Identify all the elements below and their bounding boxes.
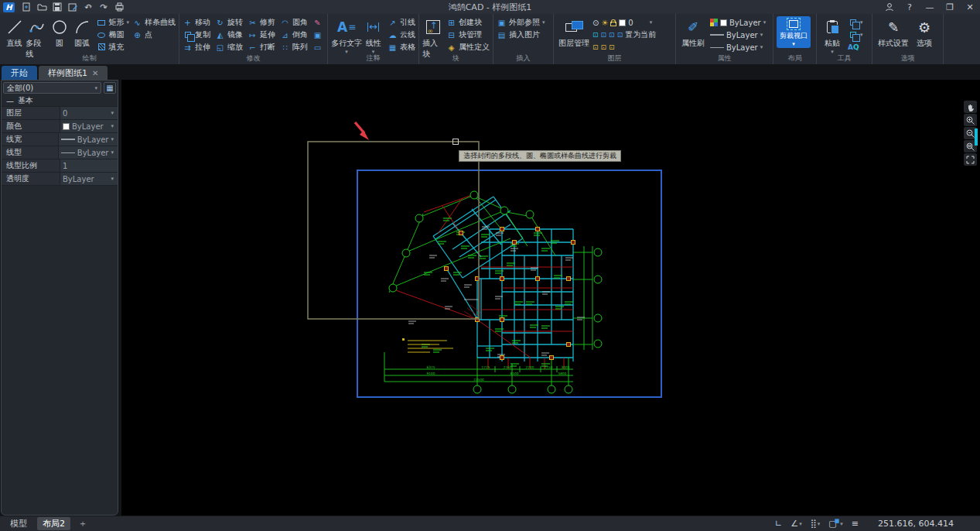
polar-tracking-button[interactable]: ∠▾	[790, 519, 801, 529]
attribute-define-button[interactable]: ◈属性定义	[446, 41, 490, 53]
clip-boundary-rectangle[interactable]	[308, 142, 479, 319]
leader-button[interactable]: ↗引线	[388, 16, 415, 29]
layer-on-icon[interactable]: ⊡	[617, 31, 623, 39]
point-button[interactable]: ⊕点	[132, 29, 176, 41]
set-current-button[interactable]: 置为当前	[625, 29, 656, 40]
layer-freeze2-icon[interactable]: ⊡	[609, 31, 615, 39]
stretch-button[interactable]: ⇉拉伸	[183, 41, 215, 53]
app-logo-icon[interactable]: H	[3, 2, 15, 12]
offset-button[interactable]: ▣	[312, 29, 325, 41]
save-as-button[interactable]	[66, 1, 80, 13]
layer-lock2-icon[interactable]: ⊡	[601, 43, 607, 51]
add-layout-button[interactable]: ＋	[78, 517, 87, 530]
match-properties-button[interactable]: ✐ 属性刷	[679, 16, 707, 49]
fillet-button[interactable]: ◠圆角	[280, 16, 312, 29]
color-value-dropdown[interactable]: ByLayer▾	[60, 120, 118, 132]
pan-button[interactable]	[964, 101, 977, 113]
mtext-button[interactable]: A≡ 多行文字▾	[331, 16, 362, 55]
chamfer-button[interactable]: ⊿倒角	[280, 29, 312, 41]
sketch-button[interactable]: ✎	[312, 16, 325, 29]
model-tab[interactable]: 模型	[5, 517, 32, 530]
print-button[interactable]	[112, 1, 126, 13]
rectangle-button[interactable]: 矩形▾	[97, 16, 130, 29]
scale-button[interactable]: ◱缩放	[215, 41, 248, 53]
linetype-value-dropdown[interactable]: ByLayer▾	[59, 146, 118, 159]
clip-viewport-button[interactable]: 剪裁视口 ▾	[777, 16, 811, 48]
ellipse-button[interactable]: 椭圆	[97, 29, 130, 41]
layer-off-icon[interactable]: ⊡	[592, 31, 599, 39]
redo-button[interactable]: ↷▾	[97, 1, 111, 13]
zoom-in-button[interactable]	[964, 114, 977, 126]
layer-freeze-icon[interactable]: ☀	[601, 19, 608, 27]
chevron-down-icon[interactable]: ▾	[127, 19, 130, 26]
line-button[interactable]: 直线	[3, 16, 26, 49]
viewport-border[interactable]	[357, 170, 661, 397]
copy-clip-button[interactable]: ▾	[848, 16, 863, 29]
nav-scroll-indicator[interactable]	[975, 128, 978, 146]
array-button[interactable]: ∷阵列	[280, 41, 312, 53]
layer-manager-button[interactable]: 图层管理	[557, 16, 591, 49]
close-tab-icon[interactable]: ✕	[92, 69, 98, 77]
ltscale-value-field[interactable]: 1	[60, 159, 118, 172]
options-button[interactable]: ⚙ 选项	[911, 16, 937, 49]
help-icon[interactable]: ?	[900, 0, 920, 14]
layer-dropdown-icon[interactable]: ▾	[650, 19, 653, 26]
create-block-button[interactable]: ⊞创建块	[446, 16, 490, 29]
mirror-button[interactable]: ◭镜像	[215, 29, 248, 41]
color-control[interactable]: ByLayer▾	[710, 16, 766, 29]
style-settings-button[interactable]: ✎ 样式设置	[876, 16, 911, 49]
copy-base-button[interactable]: ▾	[848, 29, 863, 41]
copy-button[interactable]: 复制	[183, 29, 215, 41]
layer-color-swatch[interactable]	[619, 19, 626, 26]
arc-button[interactable]: 圆弧	[70, 16, 93, 49]
zoom-extents-button[interactable]	[964, 153, 977, 166]
find-replace-button[interactable]: AQ	[848, 41, 863, 53]
layer-lock3-icon[interactable]: ⊡	[609, 43, 615, 51]
tab-start[interactable]: 开始	[2, 66, 37, 80]
transparency-value-dropdown[interactable]: ByLayer▾	[60, 173, 118, 185]
linetype-control[interactable]: ByLayer▾	[710, 41, 766, 53]
minimize-button[interactable]: —	[920, 0, 940, 14]
rotate-button[interactable]: ↻旋转	[215, 16, 248, 29]
drawing-canvas[interactable]: 6375 1725 2760 2700 2750 3000 9100 8100 …	[121, 80, 980, 516]
hatch-button[interactable]: 填充	[97, 41, 130, 53]
lineweight-control[interactable]: ByLayer▾	[710, 29, 766, 41]
ortho-mode-button[interactable]: ∟	[775, 519, 782, 529]
layout2-tab[interactable]: 布局2	[37, 517, 70, 530]
paste-button[interactable]: 粘贴▾	[820, 16, 845, 55]
insert-image-button[interactable]: ▤插入图片	[497, 29, 545, 41]
new-file-button[interactable]	[19, 1, 33, 13]
layer-isolate-icon[interactable]: ⊡	[601, 31, 607, 39]
break-button[interactable]: ⌐打断	[248, 41, 280, 53]
maximize-button[interactable]: ❐	[940, 0, 960, 14]
extend-button[interactable]: ↦延伸	[248, 29, 280, 41]
spline-button[interactable]: ∿样条曲线	[132, 16, 176, 29]
circle-button[interactable]: 圆	[48, 16, 70, 49]
undo-button[interactable]: ↶▾	[81, 1, 95, 13]
lineweight-value-dropdown[interactable]: ByLayer▾	[59, 133, 118, 146]
save-button[interactable]	[50, 1, 64, 13]
layer-lock1-icon[interactable]: ⊡	[592, 43, 599, 51]
collapse-icon[interactable]: —	[6, 97, 14, 105]
block-manager-button[interactable]: ⊟块管理	[446, 29, 490, 41]
close-button[interactable]: ✕	[960, 0, 980, 14]
move-button[interactable]: +移动	[183, 16, 215, 29]
group-button[interactable]: ▭	[312, 41, 325, 53]
menu-icon[interactable]: ≡	[852, 519, 859, 529]
selection-filter-dropdown[interactable]: 全部(0)▾	[3, 82, 101, 94]
section-basic[interactable]: —基本	[2, 95, 118, 107]
revcloud-button[interactable]: ☁云线	[388, 29, 415, 41]
open-file-button[interactable]	[35, 1, 49, 13]
dynamic-input-button[interactable]: ▢■▾	[828, 519, 843, 529]
linear-dim-button[interactable]: ↔ 线性▾	[362, 16, 384, 55]
quick-select-button[interactable]: ▦	[104, 82, 116, 94]
layer-lock-icon[interactable]	[610, 22, 616, 26]
tab-sample-drawing[interactable]: 样例图纸1✕	[39, 66, 108, 80]
xref-button[interactable]: ▣外部参照▾	[497, 16, 545, 29]
table-button[interactable]: ▦表格	[388, 41, 415, 53]
object-snap-button[interactable]: ⣿▾	[811, 519, 821, 529]
layer-value-dropdown[interactable]: 0▾	[60, 107, 118, 119]
user-account-icon[interactable]	[879, 0, 900, 14]
trim-button[interactable]: ✂修剪	[248, 16, 280, 29]
layer-visibility-icon[interactable]: ⊙	[592, 19, 599, 27]
